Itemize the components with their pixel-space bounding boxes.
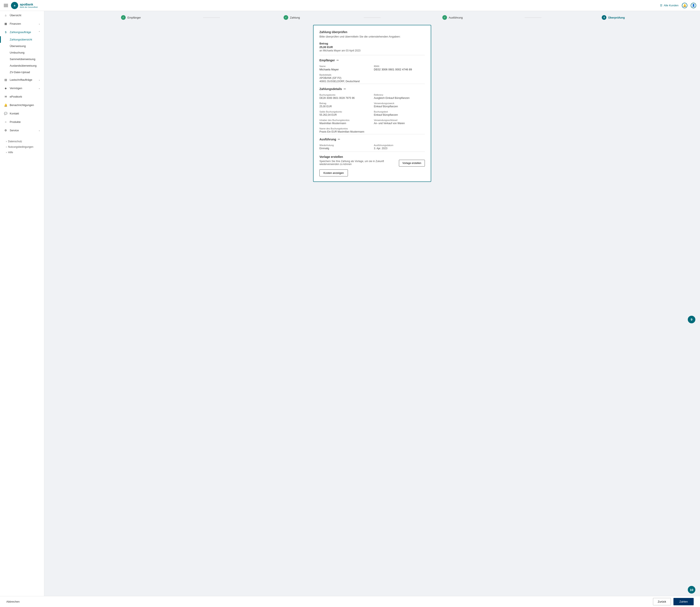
iban-value: DE02 3006 0601 0002 4746 89 <box>374 68 425 71</box>
sidebar-small-label: Datenschutz <box>8 140 22 143</box>
edit-zahlungsdetails-icon[interactable]: ✏ <box>344 87 346 91</box>
cancel-button[interactable]: Abbrechen <box>6 600 20 603</box>
hamburger-icon[interactable] <box>4 4 8 7</box>
info-inhaber: Inhaber des Buchungskontos Maximilian Mu… <box>320 119 370 125</box>
sidebar-sub-sammelueberweisung[interactable]: Sammelüberweisung <box>0 56 44 62</box>
mail-icon: ✉ <box>4 95 7 99</box>
buchungskonto-value: DE28 3006 0601 0028 7975 96 <box>320 97 370 100</box>
main-layout: ⌂ Übersicht ▦ Finanzen ⌄ $ Zahlungsauftr… <box>0 11 700 596</box>
sidebar-item-label: Übersicht <box>10 14 21 17</box>
sidebar-item-uebersicht[interactable]: ⌂ Übersicht <box>0 11 44 19</box>
bankdetails-line2: 40001 DUSSELDORF, Deutschland <box>320 80 425 83</box>
vorlage-erstellen-button[interactable]: Vorlage erstellen <box>399 160 425 167</box>
section-title-ausfuehrung: Ausführung <box>320 138 336 141</box>
bell-icon: 🔔 <box>4 103 7 107</box>
buchungstext-label: Buchungstext <box>374 110 425 113</box>
card-title: Zahlung überprüfen <box>320 30 425 34</box>
user-icon[interactable]: 👤 <box>691 3 696 8</box>
zahlen-button[interactable]: Zahlen <box>674 598 694 605</box>
service-icon: ⚙ <box>4 128 7 132</box>
logo: a apoBank Bank der Gesundheit <box>11 2 38 9</box>
progress-bar: ✓ Empfänger ✓ Zahlung ✓ Ausführung 4 Übe… <box>50 15 694 20</box>
sidebar-item-zahlungsauftraege[interactable]: $ Zahlungsaufträge ⌃ <box>0 28 44 36</box>
vorlage-section: Vorlage erstellen Speichern Sie Ihre Zah… <box>320 151 425 167</box>
name-label: Name <box>320 65 370 67</box>
header-left: a apoBank Bank der Gesundheit <box>4 2 38 9</box>
vorlage-title: Vorlage erstellen <box>320 155 425 159</box>
sidebar-sub-zahlungsuebersicht[interactable]: Zahlungsübersicht <box>0 36 44 43</box>
sidebar-sub-ueberweisung[interactable]: Überweisung <box>0 43 44 49</box>
ausfuehrungsdatum-value: 3. Apr. 2023 <box>374 147 425 150</box>
wiederholung-label: Wiederholung <box>320 144 370 146</box>
chevron-down-icon: ⌄ <box>38 87 40 89</box>
edit-empfaenger-icon[interactable]: ✏ <box>336 59 339 62</box>
sidebar-sub-zv-datei-upload[interactable]: ZV-Datei-Upload <box>0 69 44 76</box>
logo-icon: a <box>11 2 18 9</box>
section-header-ausfuehrung: Ausführung ✏ <box>320 138 425 141</box>
back-button[interactable]: Zurück <box>653 598 671 605</box>
name-value: Michaela Mayer <box>320 68 370 71</box>
step-label: Ausführung <box>449 16 463 19</box>
sidebar-item-lastschriftauftraege[interactable]: ▤ Lastschriftaufträge ⌄ <box>0 76 44 84</box>
step-done-icon: ✓ <box>121 15 126 20</box>
debit-icon: ▤ <box>4 78 7 82</box>
sidebar-link-datenschutz[interactable]: › Datenschutz <box>0 139 44 144</box>
section-header-empfaenger: Empfänger ✏ <box>320 59 425 62</box>
zahlungsdetails-grid: Buchungskonto DE28 3006 0601 0028 7975 9… <box>320 93 425 133</box>
sidebar-item-label: Zahlungsaufträge <box>10 30 31 34</box>
sidebar-sub-umbuchung[interactable]: Umbuchung <box>0 49 44 56</box>
info-bankdetails: Bankdetails APOBANK (GF P2) 40001 DUSSEL… <box>320 74 425 83</box>
step-active-icon: 4 <box>602 15 606 20</box>
empfaenger-info-grid: Name Michaela Mayer IBAN DE02 3006 0601 … <box>320 65 425 83</box>
step-empfaenger: ✓ Empfänger <box>59 15 203 20</box>
step-done-icon: ✓ <box>442 15 447 20</box>
review-card: Zahlung überprüfen Bitte überprüfen und … <box>313 25 431 182</box>
chevron-down-icon: ⌄ <box>38 78 40 81</box>
sidebar-item-label: Kontakt <box>10 112 19 115</box>
name-buchungskonto-label: Name des Buchungskontos <box>320 127 425 130</box>
contact-icon: 💬 <box>4 111 7 115</box>
bankdetails-label: Bankdetails <box>320 74 425 76</box>
sidebar-item-service[interactable]: ⚙ Service ⌄ <box>0 126 44 134</box>
alle-kunden-button[interactable]: ☰ Alle Kunden <box>660 4 679 7</box>
sidebar-sub-auslandsueberweisung[interactable]: Auslandsüberweisung <box>0 62 44 69</box>
inhaber-label: Inhaber des Buchungskontos <box>320 119 370 121</box>
sidebar-item-finanzen[interactable]: ▦ Finanzen ⌄ <box>0 19 44 28</box>
info-name-buchungskonto: Name des Buchungskontos Praxis Ein EUR M… <box>320 127 425 133</box>
saldo-value: 55.262,04 EUR <box>320 113 370 116</box>
kosten-anzeigen-button[interactable]: Kosten anzeigen <box>320 169 348 176</box>
verwendungsschluessel-label: Verwendungsschlüssel <box>374 119 425 121</box>
info-betrag: Betrag 25,00 EUR <box>320 102 370 108</box>
sidebar-item-vermoegen[interactable]: ◈ Vermögen ⌄ <box>0 84 44 92</box>
zahlungsdetails-section: Zahlungsdetails ✏ Buchungskonto DE28 300… <box>320 84 425 133</box>
sidebar-link-hilfe[interactable]: › Hilfe <box>0 150 44 155</box>
bell-icon[interactable]: 🔔 <box>682 3 687 8</box>
step-zahlung: ✓ Zahlung <box>220 15 364 20</box>
ausfuehrung-grid: Wiederholung Einmalig Ausführungsdatum 3… <box>320 144 425 150</box>
sidebar-item-label: Produkte <box>10 120 21 124</box>
card-subtitle: Bitte überprüfen und übermitteln Sie die… <box>320 35 425 38</box>
sidebar-small-label: Nutzungsbedingungen <box>8 145 33 148</box>
info-verwendungszweck: Verwendungszweck Einkauf Büropflanzen <box>374 102 425 108</box>
sidebar-sub-label: Zahlungsübersicht <box>10 38 32 41</box>
sidebar-item-epostkorb[interactable]: ✉ ePostkorb <box>0 92 44 101</box>
step-ueberpruefung: 4 Überprüfung <box>541 15 685 20</box>
sidebar-item-kontakt[interactable]: 💬 Kontakt <box>0 109 44 118</box>
sidebar-item-produkte[interactable]: ○ Produkte <box>0 118 44 126</box>
edit-ausfuehrung-icon[interactable]: ✏ <box>338 138 340 141</box>
sidebar-item-label: Lastschriftaufträge <box>10 78 32 81</box>
sidebar: ⌂ Übersicht ▦ Finanzen ⌄ $ Zahlungsauftr… <box>0 11 44 596</box>
chevron-up-icon: ⌃ <box>38 31 40 34</box>
section-title-zahlungsdetails: Zahlungsdetails <box>320 87 342 91</box>
alle-kunden-label: Alle Kunden <box>664 4 679 7</box>
sidebar-sub-label: Überweisung <box>10 44 26 48</box>
betrag-section: Betrag 25,00 EUR an Michaela Mayer am 03… <box>320 42 425 52</box>
sidebar-link-nutzungsbedingungen[interactable]: › Nutzungsbedingungen <box>0 144 44 150</box>
empfaenger-section: Empfänger ✏ Name Michaela Mayer IBAN DE0… <box>320 55 425 83</box>
info-wiederholung: Wiederholung Einmalig <box>320 144 370 150</box>
buchungstext-value: Einkauf Büropflanzen <box>374 113 425 116</box>
verwendungszweck-value: Einkauf Büropflanzen <box>374 105 425 108</box>
buchungskonto-label: Buchungskonto <box>320 93 370 96</box>
logo-sub: Bank der Gesundheit <box>20 6 38 8</box>
sidebar-item-benachrichtigungen[interactable]: 🔔 Benachrichtigungen <box>0 101 44 109</box>
